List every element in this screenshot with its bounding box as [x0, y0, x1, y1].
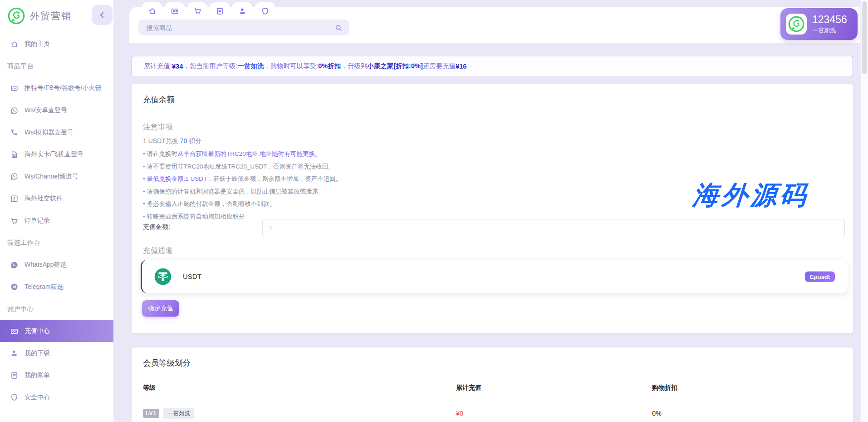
sidebar-item-label: WhatsApp筛选: [25, 261, 67, 269]
tab-recharge[interactable]: [165, 2, 185, 20]
user-id: 123456: [812, 14, 847, 25]
sidebar-item-label: 安全中心: [25, 393, 50, 402]
user-badge[interactable]: 123456 一贫如洗: [780, 8, 858, 40]
phone-icon: [10, 128, 19, 137]
exchange-rate: 1 USDT兑换 70 积分: [143, 137, 201, 145]
channel-name: USDT: [183, 273, 201, 280]
avatar: [786, 14, 807, 35]
tab-cart[interactable]: [187, 2, 207, 20]
user-level: 一贫如洗: [812, 26, 847, 35]
sidebar-item-label: 我的账单: [25, 371, 50, 379]
sidebar-item-overseas-social[interactable]: 海外社交软件: [0, 188, 113, 210]
sidebar-item-social-accounts[interactable]: 推特号/FB号/谷歌号/小火箭: [0, 77, 113, 99]
sidebar-item-ws-android[interactable]: Ws/安卓直登号: [0, 99, 113, 122]
header-level: 等级: [143, 384, 456, 392]
sidebar-collapse-button[interactable]: [92, 5, 113, 25]
shield-icon: [261, 7, 270, 15]
note-line: • 最低兑换金额:1 USDT，若低于最低金额，则余额不增加，资产不追回。: [143, 173, 342, 185]
sidebar-item-label: 我的下级: [25, 349, 50, 357]
notice-need-amount: ¥16: [456, 63, 466, 70]
user-star-icon: [10, 349, 19, 357]
notice-next-level: 小康之家[折扣:0%]: [367, 62, 422, 70]
shield-icon: [10, 393, 19, 402]
home-icon: [10, 40, 19, 49]
tab-bills[interactable]: [210, 2, 230, 20]
confirm-recharge-button[interactable]: 确定充值: [142, 300, 179, 317]
sidebar-item-ws-emulator[interactable]: Ws/模拟器直登号: [0, 121, 113, 144]
search-input[interactable]: [138, 24, 334, 31]
header-total-recharge: 累计充值: [456, 384, 652, 392]
sidebar-item-security-center[interactable]: 安全中心: [0, 387, 113, 409]
sidebar-item-label: Ws/安卓直登号: [25, 106, 67, 114]
sidebar-item-label: 海外社交软件: [25, 194, 63, 203]
card-icon: [171, 7, 179, 15]
notice-current-level: 一贫如洗: [237, 62, 264, 70]
tab-security[interactable]: [255, 2, 275, 20]
notice-text: ，升级到: [341, 62, 367, 70]
level-name: 一贫如洗: [163, 408, 194, 419]
sidebar-item-ws-channel[interactable]: Ws/Channel频道号: [0, 166, 113, 188]
sidebar-section-label: 筛选工作台: [7, 238, 40, 247]
tab-home[interactable]: [142, 2, 162, 20]
notes-list: • 请在兑换时从平台获取最新的TRC20地址,地址随时有可能更换。 • 请不要使…: [143, 148, 342, 223]
cart-icon: [193, 7, 202, 15]
tether-icon: [154, 268, 172, 286]
notice-text: 还需要充值: [423, 62, 456, 70]
whatsapp-icon: [10, 172, 19, 181]
page-scrollbar[interactable]: [860, 0, 868, 422]
sidebar-item-overseas-sim[interactable]: 海外实卡/飞机直登号: [0, 144, 113, 166]
sidebar-item-whatsapp-filter[interactable]: WhatsApp筛选: [0, 254, 113, 276]
sidebar-item-home[interactable]: 我的主页: [0, 33, 113, 55]
telegram-filled-icon: [10, 283, 19, 291]
search-icon[interactable]: [334, 24, 343, 32]
table-row: LV1 一贫如洗 ¥0 0%: [143, 404, 842, 422]
row-total-recharge: ¥0: [456, 410, 652, 417]
notes-title: 注意事项: [143, 122, 173, 132]
cart-icon: [10, 217, 19, 225]
sidebar-section-products: 商品平台: [0, 55, 113, 78]
scrollbar-thumb[interactable]: [862, 1, 867, 74]
note-line: • 请不要使用非TRC20地址发送TRC20_USDT，否则资产将无法收回。: [143, 160, 342, 173]
product-search: [138, 20, 349, 35]
channel-gateway-badge: Epusdt: [805, 271, 835, 282]
amount-input[interactable]: [262, 219, 845, 237]
note-line: • 请在兑换时从平台获取最新的TRC20地址,地址随时有可能更换。: [143, 148, 342, 160]
chat-icon: [10, 84, 19, 93]
note-line: • 务必要输入正确的付款金额，否则将收不到款。: [143, 198, 342, 210]
notice-text: ，您当前用户等级:: [183, 62, 237, 70]
sidebar-section-label: 商品平台: [7, 62, 34, 70]
sidebar-section-label: 账户中心: [7, 305, 34, 313]
home-icon: [148, 7, 157, 15]
sidebar-item-recharge-center[interactable]: 充值中心: [0, 320, 113, 343]
level-notice-bar: 累计充值: ¥34，您当前用户等级: 一贫如洗，购物时可以享受: 0%折扣 ，升…: [132, 56, 853, 76]
notice-discount: 0%折扣: [318, 62, 341, 70]
sidebar-item-label: 我的主页: [25, 40, 50, 48]
sidebar-item-orders[interactable]: 订单记录: [0, 210, 113, 232]
user-star-icon: [238, 7, 247, 15]
sidebar-item-telegram-filter[interactable]: Telegram筛选: [0, 276, 113, 298]
sidebar-item-bills[interactable]: 我的账单: [0, 364, 113, 387]
row-discount: 0%: [652, 410, 842, 417]
channel-usdt[interactable]: USDT Epusdt: [141, 260, 848, 293]
sidebar-item-label: 充值中心: [25, 327, 50, 335]
sidebar-item-label: 海外实卡/飞机直登号: [25, 150, 83, 159]
sidebar-item-subordinates[interactable]: 我的下级: [0, 342, 113, 364]
tab-subordinates[interactable]: [232, 2, 252, 20]
sidebar-item-label: 订单记录: [25, 217, 50, 225]
app-logo-icon: [7, 7, 25, 25]
whatsapp-icon: [10, 106, 19, 115]
notice-text: ，购物时可以享受:: [264, 62, 318, 70]
membership-title: 会员等级划分: [143, 357, 191, 368]
app-title: 外贸营销: [30, 10, 72, 22]
sidebar-nav: 我的主页 商品平台 推特号/FB号/谷歌号/小火箭 Ws/安卓直登号 Ws/模拟…: [0, 33, 113, 408]
sidebar-item-label: 推特号/FB号/谷歌号/小火箭: [25, 84, 102, 92]
notice-total-amount: ¥34: [172, 63, 183, 70]
channel-title: 充值通道: [143, 246, 173, 256]
bill-icon: [10, 371, 19, 380]
sim-card-icon: [10, 150, 19, 159]
header-discount: 购物折扣: [652, 384, 842, 392]
sidebar-section-account: 账户中心: [0, 298, 113, 320]
amount-label: 充值金额:: [143, 223, 170, 231]
sidebar-header: 外贸营销: [0, 0, 113, 32]
sidebar: 外贸营销 我的主页 商品平台 推特号/FB号/谷歌号/小火箭 Ws/安卓直登号 …: [0, 0, 113, 422]
